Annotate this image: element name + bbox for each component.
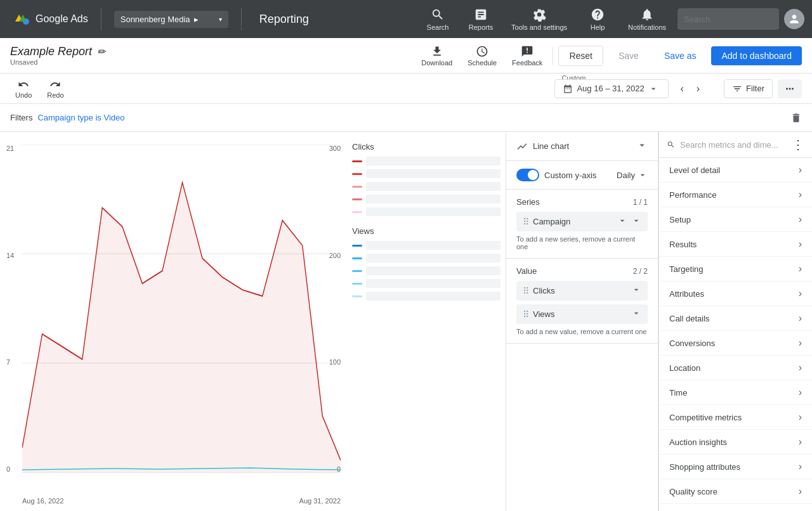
value-item-clicks: ⠿ Clicks <box>516 281 648 301</box>
download-button[interactable]: Download <box>416 42 457 69</box>
metrics-more-button[interactable]: ⋮ <box>792 137 804 152</box>
chart-area: 21 14 7 0 300 200 100 0 <box>0 132 506 511</box>
chevron-down-icon: › <box>799 411 802 423</box>
metrics-search-input[interactable] <box>680 140 787 150</box>
save-button[interactable]: Save <box>608 46 649 65</box>
legend-placeholder <box>366 169 501 178</box>
clicks-dropdown-button[interactable] <box>631 285 641 297</box>
legend-item <box>352 241 501 250</box>
active-filter[interactable]: Campaign type is Video <box>37 113 124 122</box>
series-more-button[interactable] <box>631 216 641 228</box>
undo-button[interactable]: Undo <box>10 76 37 101</box>
legend-color-3 <box>352 186 362 188</box>
chevron-down-icon: › <box>799 263 802 275</box>
nav-search-input[interactable] <box>678 8 779 30</box>
metric-category-setup[interactable]: Setup › <box>659 207 812 232</box>
metric-category-targeting[interactable]: Targeting › <box>659 257 812 281</box>
y-axis-toggle-row: Custom y-axis Daily <box>506 161 658 190</box>
date-range-container: Custom Aug 16 – 31, 2022 <box>554 79 669 98</box>
legend-item <box>352 195 501 204</box>
schedule-button[interactable]: Schedule <box>462 42 502 69</box>
metric-category-results[interactable]: Results › <box>659 232 812 257</box>
drag-handle-views-icon[interactable]: ⠿ <box>523 309 529 320</box>
views-dropdown-button[interactable] <box>631 308 641 320</box>
x-axis-labels: Aug 16, 2022 Aug 31, 2022 <box>22 497 341 505</box>
y-axis-toggle-switch[interactable] <box>516 169 539 181</box>
redo-button[interactable]: Redo <box>42 76 69 101</box>
edit-title-icon[interactable]: ✏ <box>97 46 105 58</box>
chevron-down-icon: › <box>799 313 802 324</box>
metric-category-level-of-detail[interactable]: Level of detail › <box>659 158 812 183</box>
metric-category-conversions[interactable]: Conversions › <box>659 331 812 356</box>
legend-placeholder <box>366 254 501 262</box>
more-options-button[interactable] <box>778 79 802 98</box>
series-section: Series 1 / 1 ⠿ Campaign To add a new ser… <box>506 190 658 259</box>
metric-category-bid-simulator[interactable]: Bid simulator › <box>659 504 812 511</box>
chart-type-label: Line chart <box>516 141 569 152</box>
legend-color-5 <box>352 211 362 213</box>
legend-placeholder <box>366 207 501 216</box>
filter-button[interactable]: Filter <box>724 79 773 98</box>
clicks-legend-items <box>352 157 501 216</box>
line-chart-svg <box>22 145 341 473</box>
legend-color-1 <box>352 160 362 162</box>
metric-category-location[interactable]: Location › <box>659 356 812 380</box>
top-navigation: Google Ads Sonnenberg Media ▸ ▾ Reportin… <box>0 0 812 38</box>
value-section: Value 2 / 2 ⠿ Clicks ⠿ Views To add a ne… <box>506 259 658 344</box>
views-legend-title: Views <box>352 226 501 236</box>
chart-type-dropdown-button[interactable] <box>636 139 648 153</box>
legend-placeholder <box>366 279 501 288</box>
chart-type-selector: Line chart <box>506 132 658 161</box>
account-chevron: ▸ <box>194 15 199 24</box>
metric-category-time[interactable]: Time › <box>659 380 812 405</box>
filters-bar: Filters Campaign type is Video <box>0 104 812 132</box>
frequency-selector[interactable]: Daily <box>617 170 648 180</box>
chart-config-panel: Line chart Custom y-axis Daily Series 1 … <box>506 132 658 511</box>
metric-category-call-details[interactable]: Call details › <box>659 306 812 331</box>
prev-date-button[interactable]: ‹ <box>676 79 687 98</box>
value-hint: To add a new value, remove a current one <box>516 328 648 335</box>
metric-category-competitive-metrics[interactable]: Competitive metrics › <box>659 405 812 430</box>
divider <box>553 47 553 65</box>
drag-handle-icon[interactable]: ⠿ <box>523 217 529 227</box>
tools-nav-button[interactable]: Tools and settings <box>505 5 573 34</box>
metric-category-attributes[interactable]: Attributes › <box>659 281 812 306</box>
save-as-button[interactable]: Save as <box>654 46 707 65</box>
metric-category-shopping-attributes[interactable]: Shopping attributes › <box>659 455 812 479</box>
chevron-down-icon: › <box>799 214 802 225</box>
chart-svg-container <box>22 145 341 473</box>
reports-nav-button[interactable]: Reports <box>462 5 500 34</box>
legend-placeholder <box>366 157 501 165</box>
legend-color-v5 <box>352 295 362 297</box>
series-sort-button[interactable] <box>617 216 627 228</box>
legend-color-v4 <box>352 283 362 285</box>
delete-filter-button[interactable] <box>790 112 802 124</box>
chevron-down-icon: › <box>799 387 802 398</box>
legend-color-2 <box>352 173 362 175</box>
search-nav-button[interactable]: Search <box>419 5 457 34</box>
add-dashboard-button[interactable]: Add to dashboard <box>711 46 802 65</box>
legend-placeholder <box>366 195 501 204</box>
metric-category-auction-insights[interactable]: Auction insights › <box>659 430 812 455</box>
chevron-down-icon: › <box>799 238 802 250</box>
help-nav-button[interactable]: Help <box>579 5 617 34</box>
date-range-button[interactable]: Aug 16 – 31, 2022 <box>554 79 669 98</box>
drag-handle-clicks-icon[interactable]: ⠿ <box>523 286 529 296</box>
nav-divider <box>101 8 102 30</box>
google-ads-logo: Google Ads <box>13 10 88 28</box>
account-selector[interactable]: Sonnenberg Media ▸ ▾ <box>114 11 228 28</box>
metric-category-performance[interactable]: Performance › <box>659 183 812 207</box>
next-date-button[interactable]: › <box>693 79 704 98</box>
notifications-nav-button[interactable]: Notifications <box>622 5 672 34</box>
chevron-down-icon: › <box>799 461 802 472</box>
main-content: 21 14 7 0 300 200 100 0 <box>0 132 812 511</box>
user-avatar[interactable] <box>784 9 804 29</box>
metric-category-quality-score[interactable]: Quality score › <box>659 479 812 504</box>
legend-color-v2 <box>352 257 362 259</box>
chevron-down-icon: › <box>799 189 802 200</box>
reset-button[interactable]: Reset <box>558 46 603 66</box>
feedback-button[interactable]: Feedback <box>507 42 547 69</box>
chevron-down-icon: › <box>799 362 802 373</box>
search-icon <box>667 139 675 150</box>
account-name: Sonnenberg Media <box>121 15 190 24</box>
